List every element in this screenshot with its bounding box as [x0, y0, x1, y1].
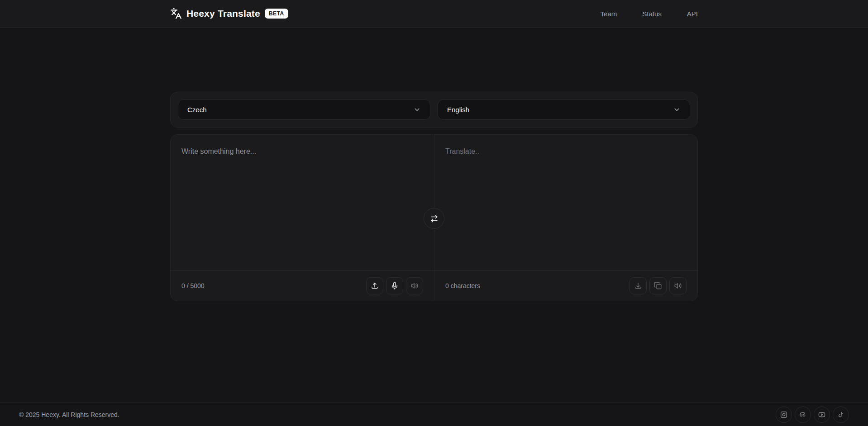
social-links — [776, 407, 849, 423]
download-button[interactable] — [630, 277, 647, 294]
microphone-icon — [391, 282, 399, 290]
translate-languages-icon — [170, 8, 182, 19]
main-nav: Team Status API — [601, 10, 698, 18]
target-language-select[interactable]: English — [438, 99, 690, 120]
target-toolbar: 0 characters — [434, 270, 697, 301]
youtube-link[interactable] — [814, 407, 830, 423]
nav-link-api[interactable]: API — [687, 10, 698, 18]
chevron-down-icon — [673, 106, 681, 114]
source-language-value: Czech — [187, 106, 207, 114]
microphone-button[interactable] — [386, 277, 403, 294]
speaker-icon — [674, 282, 682, 290]
swap-languages-button[interactable] — [424, 208, 444, 229]
language-selector-card: Czech English — [170, 92, 698, 128]
translation-panel: 0 / 5000 — [170, 134, 698, 301]
upload-icon — [371, 282, 379, 290]
tiktok-icon — [837, 411, 844, 418]
brand-name: Heexy Translate — [186, 8, 260, 19]
upload-button[interactable] — [366, 277, 383, 294]
source-language-select[interactable]: Czech — [178, 99, 430, 120]
beta-badge: BETA — [265, 9, 288, 19]
top-header: Heexy Translate BETA Team Status API — [0, 0, 868, 28]
target-language-value: English — [447, 106, 469, 114]
copyright-text: © 2025 Heexy. All Rights Reserved. — [19, 411, 119, 418]
source-text-input[interactable] — [171, 135, 434, 270]
page-footer: © 2025 Heexy. All Rights Reserved. — [0, 402, 868, 426]
discord-link[interactable] — [795, 407, 811, 423]
copy-button[interactable] — [649, 277, 667, 294]
source-toolbar: 0 / 5000 — [171, 270, 434, 301]
speak-source-button[interactable] — [406, 277, 423, 294]
chevron-down-icon — [413, 106, 421, 114]
speak-target-button[interactable] — [669, 277, 687, 294]
nav-link-status[interactable]: Status — [642, 10, 662, 18]
tiktok-link[interactable] — [833, 407, 849, 423]
nav-link-team[interactable]: Team — [601, 10, 617, 18]
target-char-counter: 0 characters — [445, 282, 480, 289]
target-text-output[interactable] — [434, 135, 697, 270]
download-icon — [634, 282, 642, 290]
discord-icon — [799, 411, 806, 418]
swap-arrows-icon — [430, 214, 439, 223]
source-pane: 0 / 5000 — [171, 135, 434, 301]
instagram-link[interactable] — [776, 407, 792, 423]
main-content: Czech English 0 / 5000 — [0, 28, 868, 402]
instagram-icon — [780, 411, 787, 418]
copy-icon — [654, 282, 662, 290]
brand[interactable]: Heexy Translate BETA — [170, 8, 288, 19]
youtube-icon — [818, 411, 825, 418]
source-char-counter: 0 / 5000 — [181, 282, 205, 289]
speaker-icon — [410, 282, 419, 290]
target-pane: 0 characters — [434, 135, 697, 301]
